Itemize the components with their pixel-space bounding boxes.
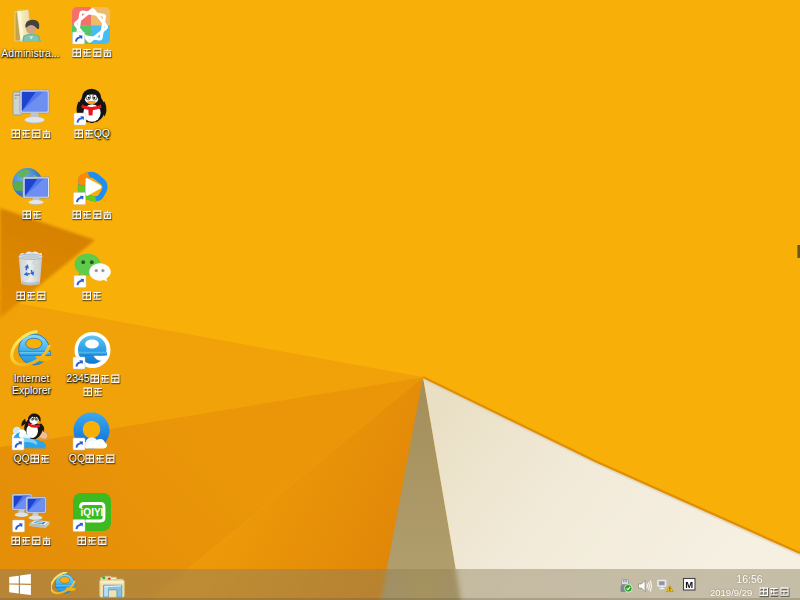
svg-text:M: M [685,579,693,590]
